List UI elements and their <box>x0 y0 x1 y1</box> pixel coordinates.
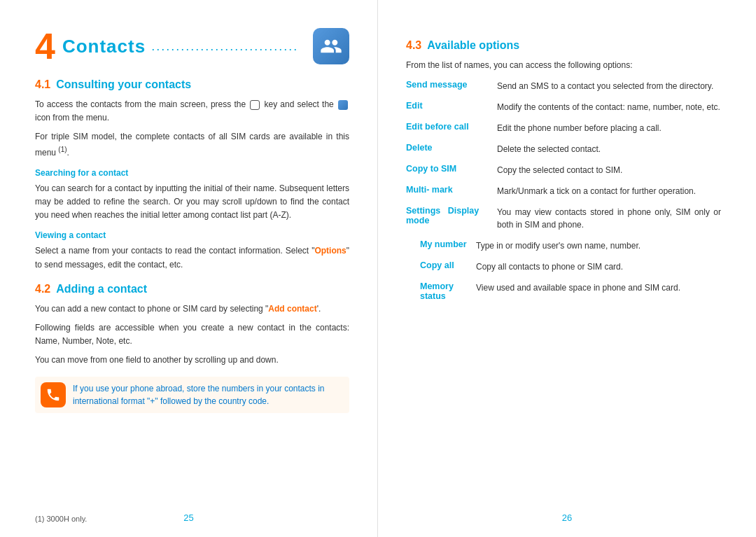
contacts-icon <box>313 28 349 64</box>
searching-subtitle: Searching for a contact <box>35 168 349 178</box>
term-edit-before-call: Edit before call <box>406 122 497 132</box>
section-4-1-header: 4.1 Consulting your contacts <box>35 78 349 91</box>
info-phone-icon <box>41 382 66 407</box>
term-copy-to-sim: Copy to SIM <box>406 164 497 174</box>
option-multi-mark: Multi- mark Mark/Unmark a tick on a cont… <box>406 185 721 197</box>
info-box: If you use your phone abroad, store the … <box>35 377 349 413</box>
desc-memory-status: View used and available space in phone a… <box>476 281 721 294</box>
term-memory-status: Memory status <box>406 281 476 301</box>
desc-edit-before-call: Edit the phone number before placing a c… <box>497 122 721 134</box>
section-4-2-text1: You can add a new contact to phone or SI… <box>35 302 349 316</box>
info-box-text: If you use your phone abroad, store the … <box>73 382 344 407</box>
option-copy-to-sim: Copy to SIM Copy the selected contact to… <box>406 164 721 176</box>
option-send-message: Send message Send an SMS to a contact yo… <box>406 80 721 92</box>
chapter-header: 4 Contacts .............................… <box>35 28 349 64</box>
term-edit: Edit <box>406 101 497 111</box>
left-page: 4 Contacts .............................… <box>0 0 378 537</box>
section-4-3-header: 4.3 Available options <box>406 39 721 52</box>
option-edit: Edit Modify the contents of the contact:… <box>406 101 721 113</box>
term-delete: Delete <box>406 143 497 153</box>
add-contact-highlight: Add contact <box>268 304 316 314</box>
option-delete: Delete Delete the selected contact. <box>406 143 721 155</box>
term-copy-all: Copy all <box>406 260 476 270</box>
option-copy-all: Copy all Copy all contacts to phone or S… <box>406 260 721 273</box>
section-4-1-title: Consulting your contacts <box>56 78 191 91</box>
chapter-dots: .............................. <box>151 39 298 54</box>
term-my-number: My number <box>406 239 476 249</box>
desc-edit: Modify the contents of the contact: name… <box>497 101 721 113</box>
contacts-menu-icon <box>338 100 348 110</box>
chapter-number: 4 <box>35 28 55 64</box>
section-4-2-header: 4.2 Adding a contact <box>35 283 349 295</box>
term-send-message: Send message <box>406 80 497 90</box>
term-settings-display: Settings Display mode <box>406 206 497 225</box>
option-settings-display: Settings Display mode You may view conta… <box>406 206 721 231</box>
options-table: Send message Send an SMS to a contact yo… <box>406 80 721 301</box>
section-4-1-triple-sim: For triple SIM model, the complete conta… <box>35 130 349 159</box>
right-page: 4.3 Available options From the list of n… <box>378 0 756 537</box>
option-edit-before-call: Edit before call Edit the phone number b… <box>406 122 721 134</box>
desc-settings-display: You may view contacts stored in phone on… <box>497 206 721 231</box>
menu-key-icon <box>250 100 260 110</box>
right-page-number: 26 <box>562 512 572 523</box>
section-4-3-title: Available options <box>427 39 519 52</box>
desc-multi-mark: Mark/Unmark a tick on a contact for furt… <box>497 185 721 197</box>
left-page-number: 25 <box>183 512 193 523</box>
viewing-subtitle: Viewing a contact <box>35 230 349 240</box>
section-4-1-intro: To access the contacts from the main scr… <box>35 98 349 125</box>
desc-copy-all: Copy all contacts to phone or SIM card. <box>476 260 721 273</box>
searching-text: You can search for a contact by inputtin… <box>35 182 349 223</box>
section-4-3-number: 4.3 <box>406 39 421 52</box>
viewing-text: Select a name from your contacts to read… <box>35 244 349 271</box>
section-4-2-title: Adding a contact <box>56 283 147 295</box>
chapter-title: Contacts <box>62 36 146 57</box>
term-multi-mark: Multi- mark <box>406 185 497 195</box>
footnote: (1) 3000H only. <box>35 515 87 523</box>
desc-my-number: Type in or modify user's own name, numbe… <box>476 239 721 252</box>
desc-copy-to-sim: Copy the selected contact to SIM. <box>497 164 721 176</box>
section-4-2-number: 4.2 <box>35 283 50 295</box>
option-my-number: My number Type in or modify user's own n… <box>406 239 721 252</box>
section-4-2-text3: You can move from one field to another b… <box>35 354 349 367</box>
section-4-1-number: 4.1 <box>35 78 50 91</box>
desc-send-message: Send an SMS to a contact you selected fr… <box>497 80 721 92</box>
desc-delete: Delete the selected contact. <box>497 143 721 155</box>
section-4-2-text2: Following fields are accessible when you… <box>35 321 349 348</box>
options-highlight: Options <box>314 246 346 256</box>
from-list-text: From the list of names, you can access t… <box>406 59 721 71</box>
option-memory-status: Memory status View used and available sp… <box>406 281 721 301</box>
